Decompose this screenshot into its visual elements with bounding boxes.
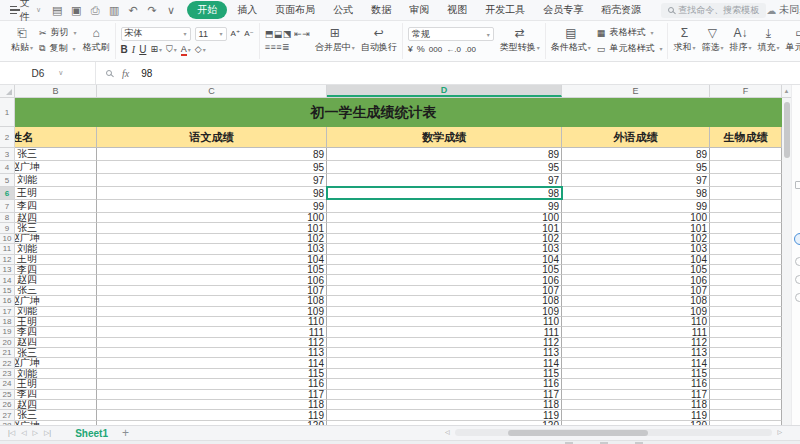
panel-icon[interactable] [795,293,800,302]
cell-name[interactable]: 刘能 [15,369,97,379]
header-biology[interactable]: 生物成绩 [710,127,782,148]
row-header[interactable]: 11 [0,244,15,254]
row-header[interactable]: 6 [0,187,15,200]
cell-math-score[interactable]: 105 [327,265,562,275]
fx-icon[interactable]: fx [122,68,129,79]
horizontal-scrollbar[interactable]: ◁ ▷ [455,429,772,436]
cell-chinese-score[interactable]: 112 [97,338,327,348]
sheet-tab-sheet1[interactable]: Sheet1 [75,428,108,439]
tab-数据[interactable]: 数据 [363,1,399,19]
cell-foreign-score[interactable]: 105 [562,265,710,275]
font-name-select[interactable]: 宋体▾ [121,27,191,41]
cell-foreign-score[interactable]: 95 [562,161,710,174]
scroll-left-arrow[interactable]: ◁ [445,428,450,435]
sheet-nav-icon[interactable]: ▷ [33,429,38,437]
increase-decimal-button[interactable]: ←.0 [446,45,461,54]
cell-chinese-score[interactable]: 99 [97,200,327,213]
sheet-nav-icon[interactable]: ◁ [21,429,26,437]
cell-chinese-score[interactable]: 101 [97,223,327,233]
row-header[interactable]: 7 [0,200,15,213]
cell-foreign-score[interactable]: 119 [562,410,710,420]
cell-biology-score[interactable] [710,369,782,379]
type-convert-button[interactable]: ⇄ 类型转换▾ [500,27,540,54]
cell-foreign-score[interactable]: 116 [562,379,710,389]
cell-chinese-score[interactable]: 104 [97,255,327,265]
cell-foreign-score[interactable]: 102 [562,234,710,244]
print-icon[interactable]: ⎙ [89,4,101,17]
row-header[interactable]: 14 [0,275,15,285]
cell-foreign-score[interactable]: 101 [562,223,710,233]
row-header[interactable]: 17 [0,307,15,317]
cell-foreign-score[interactable]: 104 [562,255,710,265]
cell-name[interactable]: 赵四 [15,400,97,410]
cell-biology-score[interactable] [710,317,782,327]
cell-name[interactable]: 刘能 [15,307,97,317]
cell-biology-score[interactable] [710,174,782,187]
cell-chinese-score[interactable]: 109 [97,307,327,317]
undo-icon[interactable]: ↶ [127,4,139,17]
cell-biology-score[interactable] [710,187,782,200]
cell-chinese-score[interactable]: 97 [97,174,327,187]
cell-math-score[interactable]: 102 [327,234,562,244]
cell-chinese-score[interactable]: 114 [97,358,327,368]
row-header[interactable]: 4 [0,161,15,174]
cell-chinese-score[interactable]: 95 [97,161,327,174]
row-header[interactable]: 22 [0,358,15,368]
row-header[interactable]: 18 [0,317,15,327]
cell-foreign-score[interactable]: 118 [562,400,710,410]
scrollbar-top-handle[interactable]: ▲ [782,85,791,98]
row-header[interactable]: 2 [0,127,15,148]
cell-chinese-score[interactable]: 102 [97,234,327,244]
command-search[interactable]: 查找命令、搜索模板 [661,3,766,18]
cell-foreign-score[interactable]: 113 [562,348,710,358]
row-header[interactable]: 26 [0,400,15,410]
font-color-button[interactable]: A▾ [181,44,191,54]
row-header[interactable]: 12 [0,255,15,265]
cell-math-score[interactable]: 107 [327,286,562,296]
cell-math-score[interactable]: 115 [327,369,562,379]
format-painter-button[interactable]: ⌂ 格式刷 [83,27,110,54]
column-header-F[interactable]: F [710,85,782,97]
cell-chinese-score[interactable]: 103 [97,244,327,254]
row-header[interactable]: 5 [0,174,15,187]
cell-name[interactable]: 刘能 [15,174,97,187]
cell-math-score[interactable]: 89 [327,148,562,161]
cell-name[interactable]: 赵广坤 [15,358,97,368]
row-header[interactable]: 9 [0,223,15,233]
cell-math-score[interactable]: 109 [327,307,562,317]
cell-math-score[interactable]: 108 [327,296,562,306]
cell-style-button[interactable]: ▭ 单元格样式▾ [597,42,663,55]
cells-button[interactable]: ▭ 单元格▾ [785,27,800,54]
cell-foreign-score[interactable]: 114 [562,358,710,368]
cell-math-score[interactable]: 110 [327,317,562,327]
cell-chinese-score[interactable]: 108 [97,296,327,306]
cell-chinese-score[interactable]: 119 [97,410,327,420]
select-all-corner[interactable] [0,85,15,97]
tab-页面布局[interactable]: 页面布局 [267,1,323,19]
shrink-font-button[interactable]: A⁻ [244,29,254,38]
row-header[interactable]: 15 [0,286,15,296]
redo-icon[interactable]: ↷ [146,4,158,17]
header-math[interactable]: 数学成绩 [327,127,562,148]
cut-button[interactable]: ✂ 剪切▾ [39,26,77,39]
open-icon[interactable]: ▣ [70,4,82,17]
cell-biology-score[interactable] [710,358,782,368]
cell-chinese-score[interactable]: 100 [97,213,327,223]
cell-chinese-score[interactable]: 116 [97,379,327,389]
cell-name[interactable]: 王明 [15,379,97,389]
sort-button[interactable]: A↓ 排序▾ [729,27,751,54]
cell-chinese-score[interactable]: 106 [97,275,327,285]
cell-foreign-score[interactable]: 111 [562,327,710,337]
cell-foreign-score[interactable]: 117 [562,390,710,400]
grow-font-button[interactable]: A⁺ [231,29,241,38]
cell-math-score[interactable]: 116 [327,379,562,389]
panel-icon[interactable] [795,275,800,284]
merge-center-button[interactable]: ⊞ 合并居中▾ [315,27,355,54]
sheet-nav-icon[interactable]: ▷| [44,429,51,437]
cell-foreign-score[interactable]: 103 [562,244,710,254]
filter-button[interactable]: ▽ 筛选▾ [701,27,723,54]
cell-name[interactable]: 李四 [15,390,97,400]
cell-math-score[interactable]: 100 [327,213,562,223]
cell-reference-box[interactable]: D6 ∨ [0,62,96,84]
cell-name[interactable]: 赵四 [15,275,97,285]
